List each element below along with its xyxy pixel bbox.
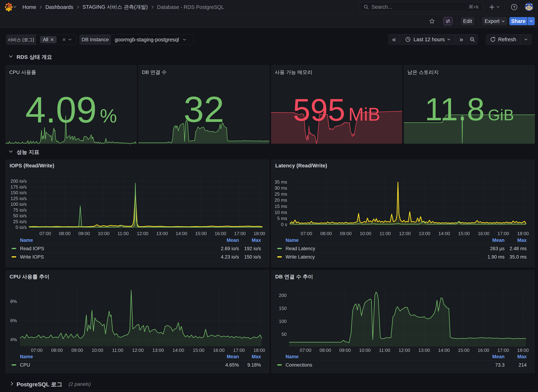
- svg-text:14:00: 14:00: [176, 231, 187, 236]
- svg-text:2.69 io/s: 2.69 io/s: [221, 246, 239, 251]
- svg-text:13:00: 13:00: [152, 348, 164, 353]
- svg-text:25 ms: 25 ms: [275, 191, 287, 197]
- svg-text:08:00: 08:00: [319, 348, 331, 353]
- svg-text:Mean: Mean: [492, 238, 505, 243]
- svg-text:0 s: 0 s: [281, 222, 287, 227]
- svg-text:73.3: 73.3: [495, 362, 505, 368]
- svg-text:Mean: Mean: [227, 354, 239, 359]
- svg-text:10 ms: 10 ms: [275, 210, 287, 215]
- svg-text:11:00: 11:00: [112, 348, 123, 353]
- svg-text:Mean: Mean: [227, 238, 239, 243]
- svg-text:Read IOPS: Read IOPS: [20, 246, 44, 251]
- svg-text:18:00: 18:00: [253, 231, 265, 236]
- svg-text:07:00: 07:00: [31, 348, 43, 353]
- svg-text:14:00: 14:00: [438, 348, 450, 353]
- svg-text:125 io/s: 125 io/s: [10, 196, 27, 201]
- svg-text:75 io/s: 75 io/s: [13, 207, 27, 213]
- svg-text:16:00: 16:00: [214, 231, 226, 236]
- svg-text:200 io/s: 200 io/s: [10, 178, 27, 184]
- svg-text:10:00: 10:00: [359, 348, 371, 353]
- svg-text:09:00: 09:00: [71, 348, 83, 353]
- svg-text:50: 50: [281, 331, 287, 337]
- svg-text:18:00: 18:00: [253, 348, 265, 353]
- svg-text:Read Latency: Read Latency: [286, 246, 315, 251]
- svg-text:25 io/s: 25 io/s: [13, 219, 27, 224]
- svg-text:263 µs: 263 µs: [490, 246, 505, 251]
- svg-text:12:00: 12:00: [137, 231, 148, 236]
- svg-text:200: 200: [279, 293, 287, 298]
- svg-text:Max: Max: [252, 354, 261, 359]
- svg-text:192 io/s: 192 io/s: [244, 246, 261, 251]
- svg-text:10:00: 10:00: [360, 231, 371, 236]
- svg-text:14:00: 14:00: [438, 231, 450, 236]
- svg-text:1.90 ms: 1.90 ms: [487, 254, 505, 260]
- svg-text:Max: Max: [252, 238, 261, 243]
- svg-text:09:00: 09:00: [340, 231, 352, 236]
- svg-text:13:00: 13:00: [419, 231, 430, 236]
- svg-text:13:00: 13:00: [156, 231, 168, 236]
- svg-text:07:00: 07:00: [39, 231, 51, 236]
- svg-text:100: 100: [279, 319, 287, 324]
- svg-text:08:00: 08:00: [59, 231, 71, 236]
- svg-text:9.18%: 9.18%: [247, 362, 261, 368]
- svg-text:Max: Max: [517, 354, 527, 359]
- svg-text:13:00: 13:00: [419, 348, 430, 353]
- svg-text:100 io/s: 100 io/s: [10, 201, 27, 207]
- svg-text:150 io/s: 150 io/s: [244, 254, 261, 260]
- svg-text:15:00: 15:00: [458, 348, 470, 353]
- svg-text:Connections: Connections: [286, 362, 312, 368]
- svg-text:35 ms: 35 ms: [275, 179, 287, 185]
- svg-text:CPU: CPU: [20, 362, 30, 368]
- svg-text:16:00: 16:00: [478, 231, 490, 236]
- svg-text:214: 214: [519, 362, 527, 368]
- svg-text:Name: Name: [286, 354, 299, 359]
- svg-text:12:00: 12:00: [132, 348, 144, 353]
- svg-text:17:00: 17:00: [497, 231, 509, 236]
- svg-text:4%: 4%: [10, 337, 17, 342]
- svg-text:35.0 ms: 35.0 ms: [509, 254, 527, 260]
- svg-text:09:00: 09:00: [339, 348, 351, 353]
- svg-text:Name: Name: [20, 354, 33, 359]
- svg-text:18:00: 18:00: [517, 231, 529, 236]
- svg-text:4.65%: 4.65%: [225, 362, 239, 368]
- svg-text:07:00: 07:00: [301, 231, 312, 236]
- svg-text:150: 150: [279, 306, 287, 311]
- svg-text:175 io/s: 175 io/s: [10, 184, 27, 190]
- svg-text:15:00: 15:00: [193, 348, 205, 353]
- svg-text:08:00: 08:00: [320, 231, 332, 236]
- svg-text:30 ms: 30 ms: [275, 185, 287, 191]
- svg-text:2.48 ms: 2.48 ms: [509, 246, 527, 251]
- svg-text:17:00: 17:00: [233, 348, 245, 353]
- svg-text:12:00: 12:00: [399, 231, 411, 236]
- svg-text:Name: Name: [20, 238, 33, 243]
- svg-text:5 ms: 5 ms: [277, 216, 287, 221]
- svg-text:?: ?: [513, 5, 515, 9]
- svg-text:18:00: 18:00: [517, 348, 529, 353]
- svg-text:14:00: 14:00: [173, 348, 184, 353]
- svg-text:Max: Max: [517, 238, 527, 243]
- svg-text:11:00: 11:00: [117, 231, 129, 236]
- svg-text:17:00: 17:00: [497, 348, 509, 353]
- svg-text:Write Latency: Write Latency: [286, 254, 315, 260]
- svg-text:6%: 6%: [10, 318, 17, 323]
- svg-text:0 io/s: 0 io/s: [16, 225, 27, 230]
- svg-text:08:00: 08:00: [51, 348, 63, 353]
- svg-text:Mean: Mean: [492, 354, 505, 359]
- svg-text:4.23 io/s: 4.23 io/s: [221, 254, 239, 260]
- svg-text:10:00: 10:00: [98, 231, 110, 236]
- svg-text:11:00: 11:00: [379, 348, 390, 353]
- svg-text:10:00: 10:00: [92, 348, 103, 353]
- svg-text:Name: Name: [286, 238, 299, 243]
- svg-text:8%: 8%: [10, 299, 17, 304]
- svg-text:15:00: 15:00: [195, 231, 207, 236]
- svg-text:150 io/s: 150 io/s: [10, 190, 27, 195]
- svg-text:11:00: 11:00: [380, 231, 391, 236]
- svg-text:50 io/s: 50 io/s: [13, 213, 27, 218]
- svg-text:16:00: 16:00: [213, 348, 224, 353]
- svg-text:12:00: 12:00: [399, 348, 410, 353]
- svg-text:15 ms: 15 ms: [275, 204, 287, 209]
- svg-text:20 ms: 20 ms: [275, 197, 287, 203]
- svg-text:Write IOPS: Write IOPS: [20, 254, 44, 260]
- svg-text:16:00: 16:00: [478, 348, 489, 353]
- svg-text:07:00: 07:00: [300, 348, 311, 353]
